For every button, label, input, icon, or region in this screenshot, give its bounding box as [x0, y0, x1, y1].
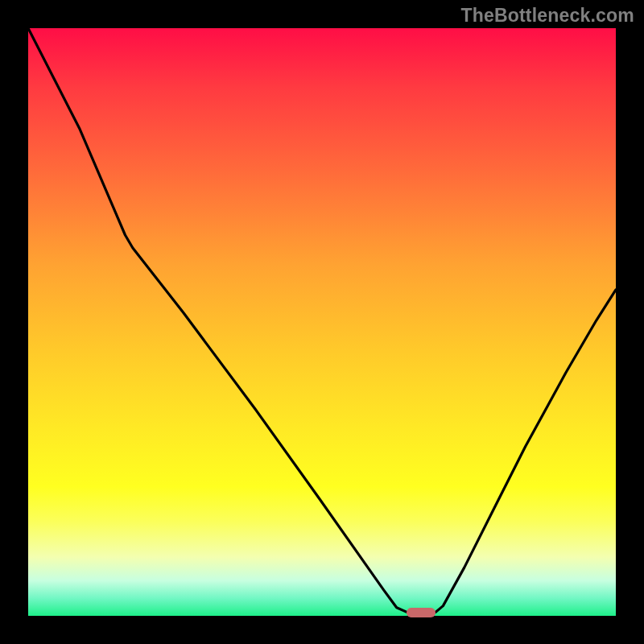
plot-area [28, 28, 616, 616]
curve-path [28, 28, 616, 613]
optimum-marker [407, 608, 436, 617]
chart-root: TheBottleneck.com [0, 0, 644, 644]
bottleneck-curve [28, 28, 616, 616]
watermark-text: TheBottleneck.com [460, 5, 634, 27]
